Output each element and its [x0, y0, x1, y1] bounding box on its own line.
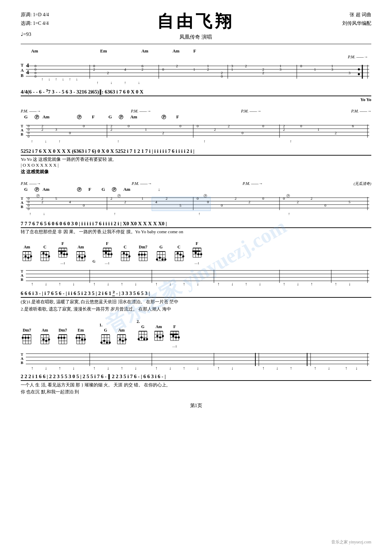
svg-point-233 — [156, 258, 158, 260]
svg-text:↓: ↓ — [43, 211, 45, 216]
svg-text:2: 2 — [207, 67, 209, 71]
svg-point-179 — [66, 253, 68, 255]
svg-text:↑: ↑ — [59, 365, 61, 371]
svg-text:↑: ↑ — [93, 281, 96, 286]
svg-text:T: T — [21, 196, 23, 200]
svg-text:0: 0 — [35, 74, 37, 78]
svg-text:2: 2 — [228, 124, 230, 128]
svg-text:A: A — [21, 356, 23, 361]
svg-text:↑: ↑ — [93, 365, 96, 371]
svg-text:0: 0 — [300, 64, 302, 68]
svg-text:↑: ↑ — [41, 77, 43, 81]
svg-text:↓: ↓ — [349, 281, 351, 286]
svg-text:↑: ↑ — [217, 281, 220, 286]
svg-point-213 — [128, 255, 130, 257]
svg-text:↑: ↑ — [124, 80, 126, 85]
svg-point-384 — [162, 335, 164, 337]
svg-point-25 — [358, 68, 360, 70]
svg-text:↑: ↑ — [217, 365, 220, 371]
original-key: 原调: 1=D 4/4 — [21, 10, 49, 19]
svg-text:0: 0 — [207, 200, 209, 204]
svg-text:T: T — [21, 352, 23, 356]
chord-c-2: C — [119, 245, 131, 265]
svg-text:3: 3 — [55, 127, 57, 131]
svg-text:2: 2 — [248, 200, 251, 204]
svg-point-224 — [144, 254, 146, 256]
svg-point-370 — [138, 338, 140, 340]
svg-point-165 — [42, 252, 45, 254]
svg-text:↑: ↑ — [290, 365, 292, 371]
svg-point-236 — [159, 257, 161, 259]
svg-point-177 — [60, 252, 62, 254]
svg-text:↑: ↑ — [55, 77, 57, 81]
chord-am-5: Am — [153, 324, 165, 348]
svg-text:↓: ↓ — [62, 77, 64, 81]
svg-text:↑: ↑ — [31, 365, 33, 371]
svg-text:6: 6 — [352, 124, 354, 128]
pm-row-2: P.M. ——→ P.M. ——→ P.M. ——→ P.M. ——→ — [21, 109, 371, 114]
svg-text:↓: ↓ — [231, 365, 234, 371]
svg-text:A: A — [21, 273, 23, 277]
chord-am-4: Am — [115, 328, 128, 348]
pm-mark-1: P.M. ——→ — [21, 55, 371, 60]
svg-text:↓: ↓ — [72, 281, 75, 286]
svg-point-325 — [60, 337, 62, 339]
notation-line-4: 6 6 6 i 3 - | i 7 6 5 6 - | i i 6 5 i 2 … — [21, 289, 371, 298]
svg-text:↑: ↑ — [31, 281, 33, 286]
svg-point-223 — [141, 254, 143, 256]
chord-row-1: Am Em Am Am F — [21, 48, 371, 54]
svg-text:↑: ↑ — [29, 211, 31, 216]
chord-dm7-1: Dm7 — [137, 245, 149, 265]
svg-text:2: 2 — [93, 67, 95, 71]
svg-text:0: 0 — [221, 203, 223, 207]
page-number: 第1页 — [21, 403, 371, 409]
svg-text:↑: ↑ — [262, 365, 265, 371]
header: 原调: 1=D 4/4 选调: 1=C 4/4 ♩=93 自由飞翔 凤凰传奇 演… — [21, 10, 371, 40]
svg-text:↑: ↑ — [31, 139, 33, 143]
chord-dm7-2: Dm7 — [21, 328, 33, 348]
svg-text:2: 2 — [141, 67, 144, 71]
svg-point-326 — [63, 337, 65, 339]
svg-text:↑: ↑ — [121, 365, 123, 371]
header-left: 原调: 1=D 4/4 选调: 1=C 4/4 ♩=93 — [21, 10, 49, 39]
svg-text:0: 0 — [221, 74, 223, 78]
svg-text:1: 1 — [314, 67, 316, 71]
svg-point-303 — [24, 337, 27, 339]
svg-text:↓: ↓ — [231, 281, 234, 286]
chord-am-1: Am — [21, 245, 33, 265]
tempo: ♩=93 — [21, 30, 49, 39]
artist: 凤凰传奇 演唱 — [49, 34, 342, 40]
svg-text:0: 0 — [162, 67, 164, 71]
svg-point-245 — [177, 252, 179, 254]
header-right: 张 超 词曲 刘传风华编配 — [342, 10, 371, 28]
tab-svg-4: T A B ↑ ↓ ↑ ↓ ↑ ↓ ↑ ↓ ↑ ↓ ↑ ↓ ↑ — [21, 266, 371, 289]
svg-point-395 — [175, 336, 177, 338]
svg-text:2: 2 — [110, 196, 112, 200]
svg-rect-176 — [58, 250, 66, 252]
lyrics-3: 转了念在想那些是 非 因 果。 一路的芳香,让我不停捉 摸。Yo Yo baby… — [21, 229, 371, 235]
svg-point-167 — [48, 255, 50, 257]
svg-text:4: 4 — [155, 200, 157, 204]
svg-text:0: 0 — [197, 196, 199, 200]
chord-em-1: Em — [75, 328, 87, 348]
svg-text:5: 5 — [179, 203, 182, 207]
svg-text:↑: ↑ — [59, 139, 61, 143]
svg-point-304 — [27, 337, 29, 339]
svg-text:2: 2 — [41, 200, 43, 204]
svg-text:2: 2 — [335, 131, 337, 135]
svg-text:↑: ↑ — [69, 77, 71, 81]
svg-point-396 — [178, 336, 180, 338]
svg-point-350 — [109, 342, 111, 344]
svg-point-394 — [172, 335, 174, 337]
svg-text:↓: ↓ — [297, 281, 299, 286]
svg-point-372 — [143, 338, 145, 340]
svg-text:5: 5 — [349, 200, 351, 204]
svg-text:1: 1 — [193, 67, 195, 71]
selected-key: 选调: 1=C 4/4 — [21, 19, 49, 28]
svg-point-234 — [161, 258, 164, 260]
svg-text:2: 2 — [262, 71, 264, 75]
svg-text:0: 0 — [262, 196, 264, 200]
svg-text:↑: ↑ — [314, 365, 316, 371]
svg-text:↓: ↓ — [197, 281, 199, 286]
svg-point-383 — [159, 336, 161, 338]
